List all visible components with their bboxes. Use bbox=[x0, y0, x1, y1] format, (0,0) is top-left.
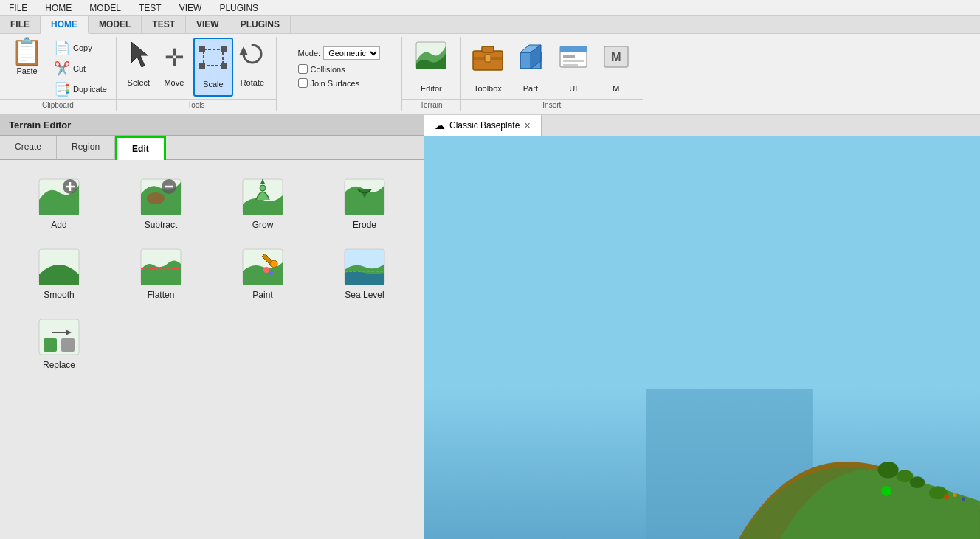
ribbon-content: 📋 Paste 📄 Copy ✂️ Cut 📑 Duplicate bbox=[0, 34, 980, 114]
options-group: Mode: Geometric Physical Collisions Join… bbox=[277, 37, 402, 111]
tab-file[interactable]: FILE bbox=[0, 16, 41, 33]
svg-text:M: M bbox=[611, 51, 621, 63]
tab-home[interactable]: HOME bbox=[41, 16, 89, 34]
rotate-icon bbox=[239, 41, 266, 75]
menu-bar: FILE HOME MODEL TEST VIEW PLUGINS bbox=[0, 0, 980, 16]
ui-icon bbox=[557, 41, 590, 81]
flatten-icon bbox=[139, 246, 183, 287]
grow-icon bbox=[241, 176, 285, 217]
svg-rect-6 bbox=[221, 63, 227, 69]
flatten-label: Flatten bbox=[148, 290, 175, 300]
more-button[interactable]: M M bbox=[596, 38, 637, 97]
svg-rect-5 bbox=[199, 63, 205, 69]
select-icon bbox=[127, 41, 151, 75]
tab-region[interactable]: Region bbox=[57, 136, 115, 159]
menu-model[interactable]: MODEL bbox=[86, 1, 124, 15]
tools-group: Select ✛ Move bbox=[117, 37, 277, 111]
svg-point-51 bbox=[878, 462, 899, 479]
scale-button[interactable]: Scale bbox=[193, 38, 233, 97]
tool-sea-level[interactable]: Sea Level bbox=[317, 242, 412, 305]
viewport-tab-baseplate[interactable]: ☁ Classic Baseplate × bbox=[424, 115, 542, 136]
copy-button[interactable]: 📄 Copy bbox=[51, 38, 110, 58]
tool-erode[interactable]: Erode bbox=[317, 172, 412, 234]
svg-rect-4 bbox=[221, 46, 227, 52]
grow-label: Grow bbox=[252, 220, 274, 230]
tab-model[interactable]: MODEL bbox=[89, 16, 142, 33]
add-icon bbox=[37, 176, 81, 217]
tool-replace[interactable]: Replace bbox=[12, 312, 106, 375]
collisions-checkbox[interactable] bbox=[298, 64, 308, 74]
tab-view[interactable]: VIEW bbox=[186, 16, 230, 33]
menu-view[interactable]: VIEW bbox=[176, 1, 205, 15]
menu-test[interactable]: TEST bbox=[136, 1, 165, 15]
tab-create[interactable]: Create bbox=[0, 136, 57, 159]
select-label: Select bbox=[128, 78, 151, 87]
mode-label: Mode: bbox=[298, 49, 321, 58]
editor-label: Editor bbox=[421, 84, 442, 93]
paint-label: Paint bbox=[252, 290, 272, 300]
paste-icon: 📋 bbox=[10, 38, 44, 65]
svg-rect-47 bbox=[44, 338, 57, 352]
svg-point-42 bbox=[263, 267, 269, 273]
scale-icon bbox=[199, 42, 227, 77]
cut-label: Cut bbox=[73, 64, 86, 73]
cloud-icon: ☁ bbox=[435, 119, 445, 131]
toolbox-label: Toolbox bbox=[474, 84, 502, 93]
part-label: Part bbox=[523, 84, 538, 93]
move-label: Move bbox=[164, 78, 184, 87]
viewport-background[interactable] bbox=[424, 136, 980, 539]
clipboard-group: 📋 Paste 📄 Copy ✂️ Cut 📑 Duplicate bbox=[0, 37, 117, 111]
svg-rect-48 bbox=[61, 338, 75, 352]
duplicate-button[interactable]: 📑 Duplicate bbox=[51, 80, 110, 99]
viewport-tabs: ☁ Classic Baseplate × bbox=[424, 115, 980, 136]
collisions-label: Collisions bbox=[311, 65, 345, 74]
rotate-button[interactable]: Rotate bbox=[235, 38, 270, 97]
tool-smooth[interactable]: Smooth bbox=[12, 242, 106, 305]
svg-point-56 bbox=[953, 493, 957, 497]
viewport: ☁ Classic Baseplate × bbox=[424, 115, 980, 539]
viewport-close-button[interactable]: × bbox=[524, 119, 530, 131]
replace-label: Replace bbox=[43, 360, 75, 370]
paste-button[interactable]: 📋 Paste bbox=[6, 35, 48, 78]
editor-button[interactable]: Editor bbox=[410, 38, 452, 97]
green-dot-indicator bbox=[881, 486, 891, 496]
tool-add[interactable]: Add bbox=[12, 172, 106, 234]
svg-point-55 bbox=[944, 495, 949, 500]
options-content: Mode: Geometric Physical Collisions Join… bbox=[298, 46, 381, 101]
cut-button[interactable]: ✂️ Cut bbox=[51, 59, 110, 78]
svg-point-53 bbox=[910, 476, 925, 488]
ui-button[interactable]: UI bbox=[553, 38, 594, 97]
erode-label: Erode bbox=[353, 220, 376, 230]
smooth-icon bbox=[37, 246, 81, 287]
join-surfaces-checkbox[interactable] bbox=[298, 78, 308, 88]
tool-grow[interactable]: Grow bbox=[215, 172, 310, 234]
tab-plugins[interactable]: PLUGINS bbox=[230, 16, 291, 33]
tool-flatten[interactable]: Flatten bbox=[114, 242, 208, 305]
svg-point-28 bbox=[147, 192, 165, 204]
tool-subtract[interactable]: Subtract bbox=[114, 172, 208, 234]
terrain-editor-panel: Terrain Editor Create Region Edit Add bbox=[0, 115, 424, 539]
toolbox-button[interactable]: Toolbox bbox=[467, 38, 508, 97]
menu-home[interactable]: HOME bbox=[42, 1, 75, 15]
tab-test[interactable]: TEST bbox=[142, 16, 186, 33]
ribbon: FILE HOME MODEL TEST VIEW PLUGINS 📋 Past… bbox=[0, 16, 980, 115]
select-button[interactable]: Select bbox=[122, 38, 155, 97]
part-button[interactable]: Part bbox=[510, 38, 551, 97]
move-button[interactable]: ✛ Move bbox=[156, 38, 192, 97]
svg-rect-17 bbox=[560, 46, 587, 52]
menu-file[interactable]: FILE bbox=[6, 1, 30, 15]
cut-icon: ✂️ bbox=[54, 60, 70, 77]
tool-paint[interactable]: Paint bbox=[215, 242, 310, 305]
terrain-label: Terrain bbox=[402, 99, 460, 109]
move-icon: ✛ bbox=[161, 41, 187, 75]
editor-icon bbox=[415, 41, 447, 81]
duplicate-label: Duplicate bbox=[73, 85, 107, 94]
menu-plugins[interactable]: PLUGINS bbox=[216, 1, 261, 15]
tab-edit[interactable]: Edit bbox=[115, 136, 166, 160]
terrain-tools-grid: Add Subtract bbox=[0, 160, 424, 386]
part-icon bbox=[514, 41, 547, 81]
ribbon-tabs: FILE HOME MODEL TEST VIEW PLUGINS bbox=[0, 16, 980, 34]
svg-rect-19 bbox=[563, 60, 584, 62]
mode-select[interactable]: Geometric Physical bbox=[323, 46, 380, 60]
erode-icon bbox=[342, 176, 387, 217]
